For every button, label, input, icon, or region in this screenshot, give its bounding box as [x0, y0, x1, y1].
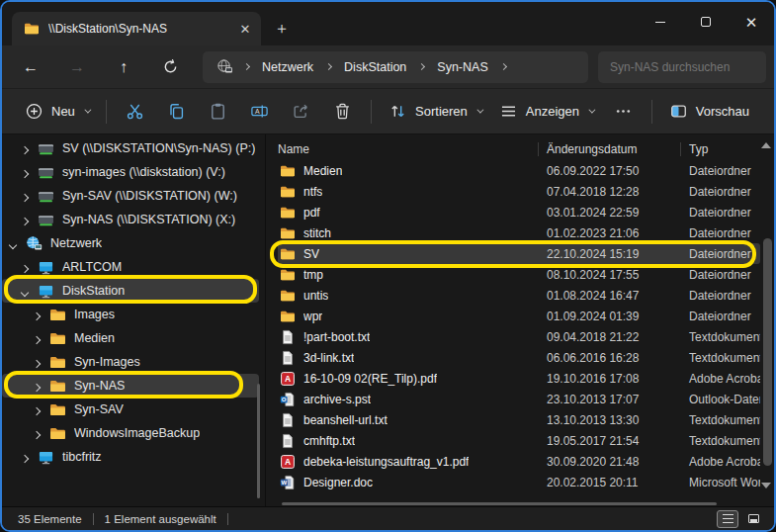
file-row-part-boot-txt[interactable]: !part-boot.txt09.04.2018 21:22Textdokume…: [278, 326, 760, 347]
sidebar-item-windowsimagebackup[interactable]: WindowsImageBackup: [2, 421, 259, 445]
share-button[interactable]: [285, 95, 316, 129]
file-row-untis[interactable]: untis01.08.2024 16:47Dateiordner: [278, 285, 760, 306]
delete-button[interactable]: [326, 95, 358, 129]
file-row-pdf[interactable]: pdf03.01.2024 22:59Dateiordner: [278, 202, 760, 222]
minimize-button[interactable]: [638, 2, 683, 42]
scroll-up-icon[interactable]: [761, 142, 771, 148]
tab-close-icon[interactable]: ✕: [233, 17, 257, 41]
column-header-date[interactable]: Änderungsdatum: [539, 142, 681, 156]
breadcrumb-syn-nas[interactable]: Syn-NAS: [431, 60, 493, 74]
refresh-button[interactable]: [153, 51, 187, 83]
file-row-debeka-leistungsauftrag-v1-pdf[interactable]: Adebeka-leistungsauftrag_v1.pdf30.09.202…: [278, 451, 760, 472]
sidebar-item-syn-images[interactable]: Syn-Images: [2, 350, 259, 374]
chevron-right-icon[interactable]: [22, 211, 36, 228]
tab-title: \\DiskStation\Syn-NAS: [48, 22, 233, 36]
sidebar-item-diskstation[interactable]: DiskStation: [2, 279, 259, 303]
file-row-designer-doc[interactable]: WDesigner.doc20.02.2015 20:11Microsoft W…: [278, 472, 760, 492]
breadcrumb-netzwerk[interactable]: Netzwerk: [256, 60, 319, 74]
cut-button[interactable]: [120, 95, 151, 129]
sidebar-item-medien[interactable]: Medien: [2, 326, 259, 350]
chevron-down-icon[interactable]: [22, 282, 36, 300]
chevron-right-icon[interactable]: [34, 400, 47, 418]
column-header-name[interactable]: Name: [278, 142, 539, 156]
sidebar-item-syn-sav[interactable]: Syn-SAV: [2, 398, 259, 421]
sidebar-item-tibcfritz[interactable]: tibcfritz: [2, 445, 259, 469]
sidebar-item-label: DiskStation: [62, 284, 125, 298]
file-row-16-10-09-02-re-tilp-pdf[interactable]: A16-10-09 02(RE_Tilp).pdf19.10.2016 17:0…: [278, 368, 760, 389]
preview-button[interactable]: Vorschau: [660, 95, 764, 129]
folder-icon: [49, 354, 66, 371]
file-name-cell: Adebeka-leistungsauftrag_v1.pdf: [278, 454, 539, 470]
sidebar-scrollbar[interactable]: [257, 384, 260, 498]
vertical-scrollbar[interactable]: [763, 238, 772, 466]
file-type: Dateiordner: [681, 206, 760, 220]
file-row-3d-link-txt[interactable]: 3d-link.txt06.06.2016 16:28Textdokument: [278, 347, 760, 368]
address-bar[interactable]: Netzwerk DiskStation Syn-NAS: [203, 51, 588, 83]
sidebar-item-syn-images-diskstation-v[interactable]: syn-images (\\diskstation) (V:): [2, 160, 259, 184]
chevron-right-icon[interactable]: [34, 306, 47, 323]
paste-button[interactable]: [203, 95, 234, 129]
forward-button[interactable]: →: [60, 51, 94, 83]
chevron-right-icon[interactable]: [22, 448, 36, 466]
file-row-medien[interactable]: Medien06.09.2022 17:50Dateiordner: [278, 160, 760, 181]
folder-icon: [49, 330, 66, 347]
thumbnail-view-toggle[interactable]: [742, 510, 764, 528]
file-name-cell: !part-boot.txt: [278, 329, 539, 345]
file-row-cmhftp-txt[interactable]: cmhftp.txt19.05.2017 21:54Textdokument: [278, 430, 760, 451]
network-drive-icon: [38, 212, 54, 228]
new-button[interactable]: Neu: [16, 95, 98, 129]
chevron-right-icon[interactable]: [22, 163, 36, 181]
column-header-type[interactable]: Typ: [681, 142, 760, 156]
chevron-right-icon[interactable]: [34, 377, 47, 395]
sidebar-item-syn-nas-diskstation-x[interactable]: Syn-NAS (\\DISKSTATION) (X:): [2, 208, 259, 231]
copy-button[interactable]: [161, 95, 193, 129]
sidebar-item-images[interactable]: Images: [2, 303, 259, 326]
scroll-down-icon[interactable]: [761, 483, 771, 488]
sort-button[interactable]: Sortieren: [380, 95, 490, 129]
maximize-button[interactable]: [683, 2, 729, 42]
textfile-icon: [280, 329, 296, 345]
more-options-button[interactable]: [607, 95, 639, 129]
sidebar-item-syn-sav-diskstation-w[interactable]: Syn-SAV (\\DISKSTATION) (W:): [2, 184, 259, 208]
chevron-right-icon[interactable]: [22, 187, 36, 205]
file-name-cell: cmhftp.txt: [278, 433, 539, 449]
network-drive-icon: [38, 188, 54, 205]
breadcrumb-diskstation[interactable]: DiskStation: [338, 60, 412, 74]
up-button[interactable]: ↑: [107, 51, 140, 83]
chevron-right-icon[interactable]: [34, 353, 47, 371]
file-name-cell: stitch: [278, 225, 539, 241]
file-row-stitch[interactable]: stitch01.02.2023 21:06Dateiordner: [278, 222, 760, 243]
network-location-icon: [216, 58, 233, 75]
file-type: Textdokument: [681, 434, 760, 448]
sidebar-item-sv-diskstation-syn-nas-p[interactable]: SV (\\DISKSTATION\Syn-NAS) (P:): [2, 136, 259, 160]
view-button[interactable]: Anzeigen: [490, 95, 602, 129]
file-row-wpr[interactable]: wpr01.09.2024 01:39Dateiordner: [278, 306, 760, 326]
file-type: Outlook-Datend: [681, 393, 760, 406]
new-tab-button[interactable]: ＋: [267, 14, 297, 44]
file-row-beanshell-url-txt[interactable]: beanshell-url.txt13.10.2013 13:30Textdok…: [278, 409, 760, 430]
file-row-sv[interactable]: SV22.10.2024 15:19Dateiordner: [278, 243, 760, 264]
sidebar-item-syn-nas[interactable]: Syn-NAS: [2, 374, 259, 398]
chevron-down-icon[interactable]: [10, 234, 24, 252]
back-button[interactable]: ←: [14, 51, 47, 83]
explorer-tab[interactable]: \\DiskStation\Syn-NAS ✕: [12, 12, 261, 45]
file-row-tmp[interactable]: tmp08.10.2024 17:55Dateiordner: [278, 264, 760, 285]
file-row-archive-s-pst[interactable]: Oarchive-s.pst23.10.2013 17:07Outlook-Da…: [278, 389, 760, 409]
chevron-right-icon[interactable]: [22, 258, 36, 276]
chevron-right-icon[interactable]: [34, 424, 47, 442]
details-view-toggle[interactable]: [717, 510, 738, 528]
rename-button[interactable]: A: [243, 95, 275, 129]
close-button[interactable]: ✕: [729, 2, 774, 42]
status-divider: [93, 513, 94, 525]
network-icon: [26, 235, 43, 252]
folder-icon: [280, 267, 296, 283]
file-name-cell: pdf: [278, 205, 539, 221]
chevron-right-icon[interactable]: [34, 329, 47, 347]
search-input[interactable]: [598, 51, 766, 83]
horizontal-scrollbar[interactable]: [282, 502, 717, 505]
chevron-right-icon[interactable]: [22, 139, 36, 157]
sidebar-item-netzwerk[interactable]: Netzwerk: [2, 231, 259, 255]
scissors-icon: [126, 102, 144, 121]
file-row-ntfs[interactable]: ntfs07.04.2018 12:28Dateiordner: [278, 181, 760, 202]
sidebar-item-arltcom[interactable]: ARLTCOM: [2, 255, 259, 279]
